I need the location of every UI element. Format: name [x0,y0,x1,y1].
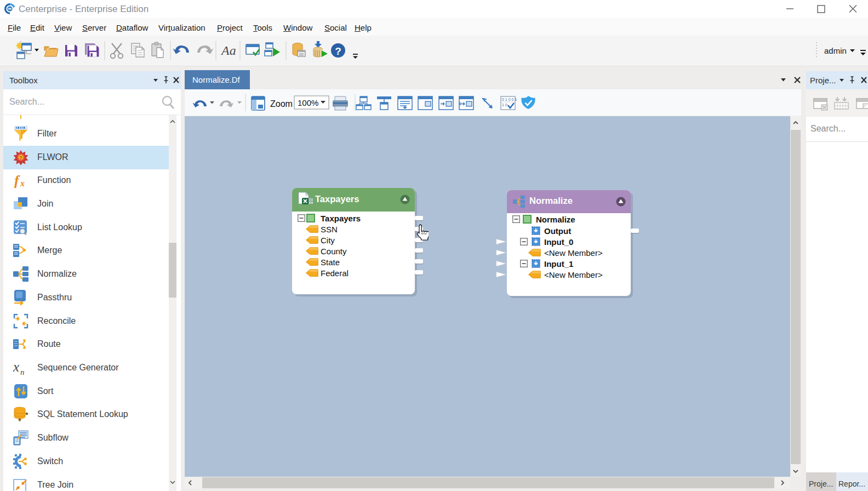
svg-text:x: x [20,179,25,188]
svg-text:admin: admin [824,46,847,55]
svg-text:Aa: Aa [220,43,236,58]
svg-text:Zoom: Zoom [270,99,293,109]
svg-text:0 1 0 0 1: 0 1 0 0 1 [502,98,517,101]
svg-text:n: n [20,368,25,375]
svg-text:?: ? [19,155,22,161]
svg-text:1 0: 1 0 [502,103,507,107]
svg-text:f: f [14,173,20,188]
svg-text:x: x [13,360,19,374]
svg-text:?: ? [335,45,341,57]
svg-text:100%: 100% [298,98,318,107]
